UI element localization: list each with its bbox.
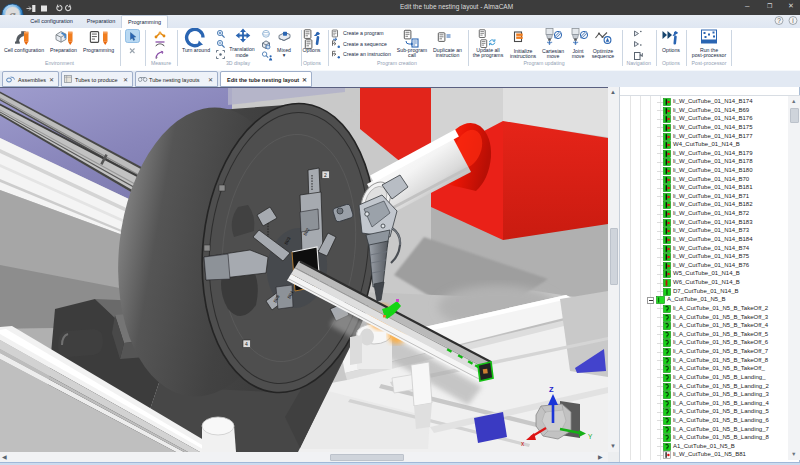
svg-text:2: 2 [324,172,327,178]
svg-text:?: ? [777,17,781,24]
svg-text:i: i [792,17,793,24]
svg-text:Y: Y [588,433,593,440]
svg-text:Z: Z [549,385,554,394]
svg-text:4: 4 [245,341,248,347]
